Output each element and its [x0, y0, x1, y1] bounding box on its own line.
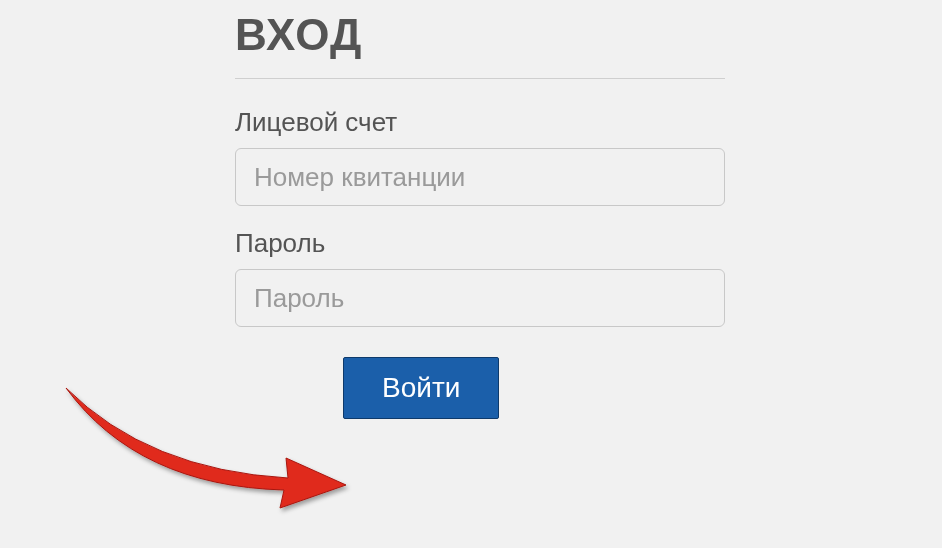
divider: [235, 78, 725, 79]
password-field-group: Пароль: [235, 228, 725, 327]
account-input[interactable]: [235, 148, 725, 206]
login-form: ВХОД Лицевой счет Пароль Войти: [235, 10, 725, 419]
password-label: Пароль: [235, 228, 725, 259]
login-button[interactable]: Войти: [343, 357, 499, 419]
page-title: ВХОД: [235, 10, 725, 60]
password-input[interactable]: [235, 269, 725, 327]
account-label: Лицевой счет: [235, 107, 725, 138]
button-row: Войти: [235, 357, 725, 419]
account-field-group: Лицевой счет: [235, 107, 725, 206]
